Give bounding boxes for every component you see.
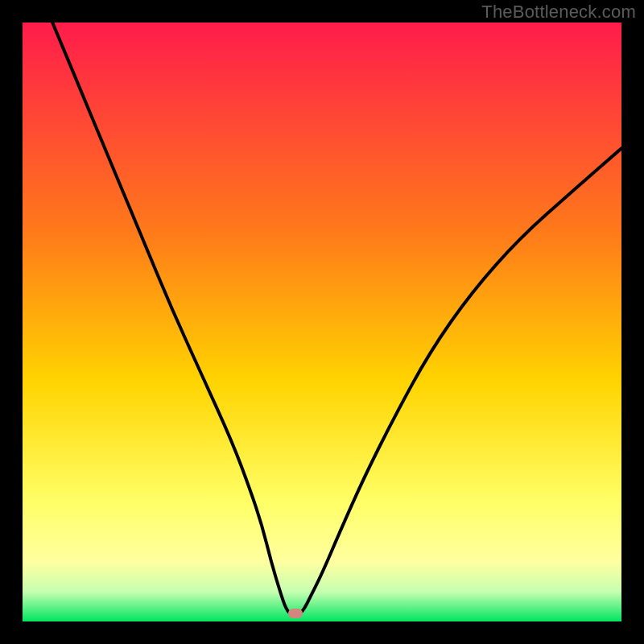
gradient-background: [23, 23, 621, 621]
optimal-marker: [288, 609, 303, 618]
chart-frame: TheBottleneck.com: [0, 0, 644, 644]
plot-area: [23, 23, 621, 621]
watermark-text: TheBottleneck.com: [481, 2, 636, 23]
chart-svg: [23, 23, 621, 621]
